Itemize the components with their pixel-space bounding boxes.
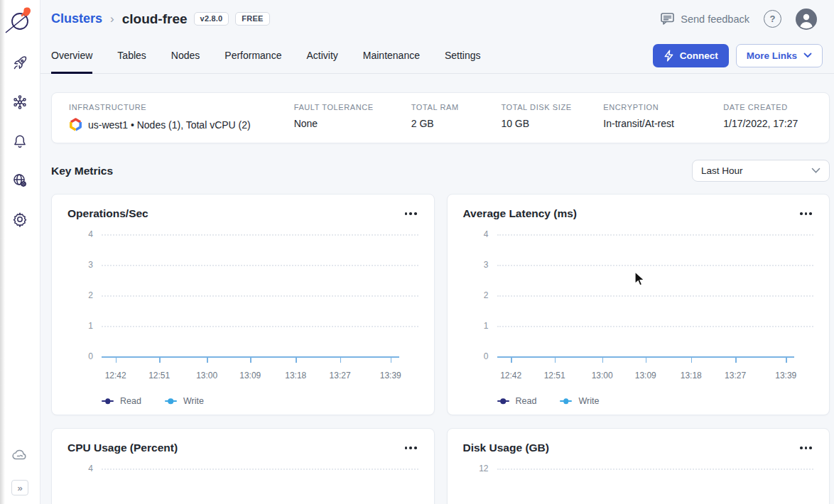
chart-card-average-latency-ms: Average Latency (ms) 4321012:4212:5113:0… <box>447 194 830 415</box>
legend-item-read[interactable]: Read <box>497 396 537 406</box>
cluster-nodes-icon[interactable] <box>11 93 29 111</box>
rocket-icon[interactable] <box>11 54 29 72</box>
x-tick-label: 13:39 <box>775 371 796 380</box>
gridline-row: 4 <box>463 234 814 265</box>
chart-menu-icon[interactable] <box>798 208 813 219</box>
chevron-down-icon <box>811 168 821 174</box>
legend-marker-icon <box>560 398 572 405</box>
send-feedback-button[interactable]: Send feedback <box>660 12 749 26</box>
x-axis: 0 <box>67 356 418 366</box>
y-tick-label: 4 <box>463 229 489 239</box>
tab-nodes[interactable]: Nodes <box>171 38 200 73</box>
chart-menu-icon[interactable] <box>404 442 418 454</box>
info-label: INFRASTRUCTURE <box>69 103 294 111</box>
chart-card-cpu-usage-percent: CPU Usage (Percent) 4 <box>51 428 435 504</box>
feedback-bubble-icon <box>660 12 675 26</box>
tab-activity[interactable]: Activity <box>306 38 337 73</box>
tab-performance[interactable]: Performance <box>224 38 281 73</box>
y-tick-label: 3 <box>463 260 489 270</box>
x-tick-label: 13:00 <box>592 371 613 380</box>
breadcrumb-clusters-link[interactable]: Clusters <box>51 11 102 26</box>
y-tick-label: 2 <box>463 290 489 300</box>
y-tick-label: 2 <box>67 290 93 300</box>
cluster-info-card: INFRASTRUCTUREus-west1 • Nodes (1), Tota… <box>51 92 830 143</box>
gridline-row: 1 <box>463 326 814 356</box>
chart-title: CPU Usage (Percent) <box>67 442 178 454</box>
info-col-infrastructure: INFRASTRUCTUREus-west1 • Nodes (1), Tota… <box>69 103 294 131</box>
info-value: us-west1 • Nodes (1), Total vCPU (2) <box>69 118 294 131</box>
main-area: Clusters › cloud-free v2.8.0 FREE Send f… <box>40 0 834 504</box>
gridline-row: 1 <box>67 326 418 356</box>
chart-legend: ReadWrite <box>102 396 418 406</box>
gridline-row: 4 <box>67 469 418 499</box>
info-label: TOTAL DISK SIZE <box>501 103 603 111</box>
x-axis: 0 <box>463 356 814 366</box>
tab-maintenance[interactable]: Maintenance <box>363 38 420 73</box>
tab-settings[interactable]: Settings <box>445 38 481 73</box>
info-value: 1/17/2022, 17:27 <box>723 118 812 129</box>
sidebar-bottom: » <box>11 446 29 495</box>
info-label: TOTAL RAM <box>411 103 502 111</box>
x-tick-label: 13:39 <box>380 371 401 380</box>
y-tick-label: 1 <box>67 321 93 331</box>
time-range-select[interactable]: Last Hour <box>692 160 830 182</box>
tab-tables[interactable]: Tables <box>117 38 146 73</box>
chart-card-disk-usage-gb: Disk Usage (GB) 12 <box>447 428 830 504</box>
gridline-row: 12 <box>463 469 814 499</box>
info-label: ENCRYPTION <box>603 103 723 111</box>
info-label: FAULT TOLERANCE <box>294 103 411 111</box>
tab-list: OverviewTablesNodesPerformanceActivityMa… <box>51 38 506 73</box>
x-tick-label: 12:51 <box>148 371 170 380</box>
info-value: In-transit/At-rest <box>603 118 723 129</box>
cluster-overview-page: » Clusters › cloud-free v2.8.0 FREE Send… <box>0 0 834 504</box>
legend-marker-icon <box>102 398 114 405</box>
y-tick-label: 3 <box>67 260 93 270</box>
chart-plot-area: 4 <box>67 469 418 499</box>
chart-title: Average Latency (ms) <box>463 207 578 220</box>
key-metrics-row: Key Metrics Last Hour <box>51 160 830 182</box>
bell-icon[interactable] <box>11 132 29 150</box>
legend-item-write[interactable]: Write <box>560 396 599 406</box>
y-tick-label: 0 <box>67 351 93 361</box>
bolt-icon <box>664 50 674 62</box>
x-tick-label: 12:51 <box>544 371 565 380</box>
chart-menu-icon[interactable] <box>798 442 813 454</box>
chart-header: Disk Usage (GB) <box>463 442 814 454</box>
gear-icon[interactable] <box>11 210 29 229</box>
tab-overview[interactable]: Overview <box>51 38 92 73</box>
x-tick-label: 13:00 <box>196 371 217 380</box>
expand-sidebar-button[interactable]: » <box>11 480 28 495</box>
y-tick-label: 12 <box>463 464 489 473</box>
sidebar-nav <box>11 54 29 229</box>
chart-header: Average Latency (ms) <box>463 207 814 220</box>
y-tick-label: 0 <box>463 351 489 361</box>
user-avatar[interactable] <box>796 9 817 30</box>
header-right: Send feedback ? <box>660 9 817 30</box>
more-links-label: More Links <box>747 50 797 61</box>
chart-plot-area: 4321012:4212:5113:0013:0913:1813:2713:39… <box>67 234 418 406</box>
charts-grid: Operations/Sec 4321012:4212:5113:0013:09… <box>51 194 830 504</box>
chart-header: CPU Usage (Percent) <box>67 442 418 454</box>
info-value: None <box>294 118 411 129</box>
connect-label: Connect <box>680 50 718 61</box>
chart-menu-icon[interactable] <box>404 208 418 219</box>
globe-settings-icon[interactable] <box>11 171 29 190</box>
chart-header: Operations/Sec <box>67 207 418 220</box>
tab-actions: Connect More Links <box>653 38 823 73</box>
legend-label: Read <box>516 396 537 406</box>
legend-label: Write <box>183 396 204 406</box>
planet-rocket-logo-icon[interactable] <box>4 3 36 38</box>
info-col-encryption: ENCRYPTIONIn-transit/At-rest <box>603 103 723 131</box>
more-links-button[interactable]: More Links <box>736 44 823 67</box>
chevron-down-icon <box>803 53 812 58</box>
chart-title: Operations/Sec <box>67 207 148 220</box>
top-header: Clusters › cloud-free v2.8.0 FREE Send f… <box>40 0 834 38</box>
connect-button[interactable]: Connect <box>653 44 729 67</box>
gridline-row: 4 <box>67 234 418 265</box>
cloud-icon[interactable] <box>11 446 29 464</box>
legend-marker-icon <box>497 398 509 405</box>
legend-item-write[interactable]: Write <box>165 396 204 406</box>
legend-item-read[interactable]: Read <box>102 396 141 406</box>
help-icon[interactable]: ? <box>764 10 781 28</box>
gridline-row: 3 <box>67 265 418 295</box>
